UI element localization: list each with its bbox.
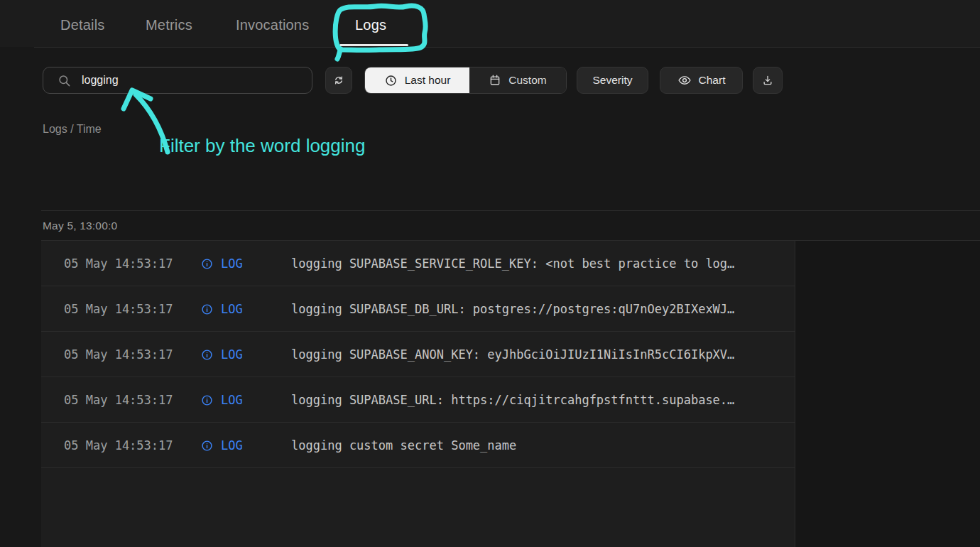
refresh-icon <box>332 74 345 87</box>
log-message: logging SUPABASE_URL: https://ciqjitrcah… <box>291 393 734 407</box>
log-timestamp: 05 May 14:53:17 <box>64 438 173 453</box>
log-row[interactable]: 05 May 14:53:17 LOG logging SUPABASE_ANO… <box>41 332 795 377</box>
time-range-last-hour-button[interactable]: Last hour <box>365 67 469 93</box>
log-timestamp: 05 May 14:53:17 <box>64 393 173 407</box>
tab-invocations[interactable]: Invocations <box>236 17 309 33</box>
severity-filter-button[interactable]: Severity <box>577 67 648 94</box>
download-logs-button[interactable] <box>753 67 783 94</box>
info-icon <box>201 394 213 406</box>
log-section-header: May 5, 13:00:0 <box>43 220 117 232</box>
log-level-badge: LOG <box>221 393 243 407</box>
table-top-divider <box>41 210 980 211</box>
log-timestamp: 05 May 14:53:17 <box>64 347 173 362</box>
breadcrumb: Logs / Time <box>43 123 102 136</box>
tab-logs[interactable]: Logs <box>355 17 386 33</box>
log-row[interactable]: 05 May 14:53:17 LOG logging SUPABASE_DB_… <box>41 286 795 332</box>
chart-toggle-button[interactable]: Chart <box>660 67 743 94</box>
log-row[interactable]: 05 May 14:53:17 LOG logging custom secre… <box>41 423 795 468</box>
search-icon <box>58 74 71 87</box>
info-icon <box>201 303 213 315</box>
active-tab-indicator <box>339 44 408 46</box>
time-range-custom-button[interactable]: Custom <box>469 67 566 93</box>
info-icon <box>201 258 213 270</box>
download-icon <box>761 74 774 87</box>
clock-icon <box>384 74 398 87</box>
chart-label: Chart <box>699 74 726 87</box>
eye-icon <box>677 73 692 87</box>
tab-details[interactable]: Details <box>60 17 105 33</box>
severity-label: Severity <box>593 74 633 87</box>
time-range-custom-label: Custom <box>508 74 546 87</box>
panel-vertical-divider <box>795 241 795 547</box>
log-message: logging custom secret Some_name <box>291 438 516 453</box>
log-timestamp: 05 May 14:53:17 <box>64 302 173 316</box>
info-icon <box>201 349 213 361</box>
log-message: logging SUPABASE_DB_URL: postgres://post… <box>291 302 734 316</box>
annotation-note-text: Filter by the word logging <box>159 135 365 157</box>
log-search-box[interactable] <box>43 67 312 94</box>
calendar-icon <box>489 74 501 87</box>
log-row[interactable]: 05 May 14:53:17 LOG logging SUPABASE_URL… <box>41 377 795 423</box>
log-level-badge: LOG <box>221 347 243 362</box>
time-range-last-hour-label: Last hour <box>405 74 451 87</box>
tab-metrics[interactable]: Metrics <box>146 17 192 33</box>
refresh-button[interactable] <box>325 67 352 94</box>
logs-tab-circle-tail <box>337 49 341 59</box>
search-input[interactable] <box>82 74 295 87</box>
log-level-badge: LOG <box>221 256 243 271</box>
time-range-control: Last hour Custom <box>364 67 567 94</box>
log-level-badge: LOG <box>221 302 243 316</box>
log-timestamp: 05 May 14:53:17 <box>64 256 173 271</box>
info-icon <box>201 440 213 452</box>
log-row[interactable]: 05 May 14:53:17 LOG logging SUPABASE_SER… <box>41 241 795 286</box>
log-message: logging SUPABASE_SERVICE_ROLE_KEY: <not … <box>291 256 734 271</box>
tab-bar-divider <box>34 47 980 48</box>
log-rows-panel: 05 May 14:53:17 LOG logging SUPABASE_SER… <box>41 241 795 547</box>
log-level-badge: LOG <box>221 438 243 453</box>
log-message: logging SUPABASE_ANON_KEY: eyJhbGciOiJIU… <box>291 347 734 362</box>
log-detail-panel <box>795 241 980 547</box>
